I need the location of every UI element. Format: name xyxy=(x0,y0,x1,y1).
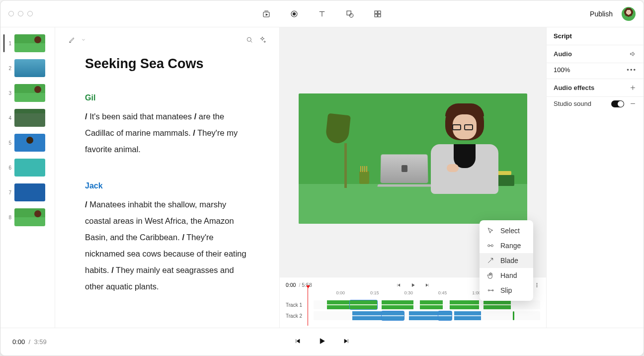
scene-thumb-7[interactable]: 7 xyxy=(3,183,52,201)
audio-effects-header: Audio effects xyxy=(547,79,644,97)
svg-point-10 xyxy=(488,245,490,247)
svg-point-9 xyxy=(247,37,251,41)
menu-item-slip[interactable]: Slip xyxy=(480,283,533,298)
blade-icon xyxy=(486,257,494,265)
script-paragraph[interactable]: / Manatees inhabit the shallow, marshy c… xyxy=(85,196,249,295)
play-button[interactable] xyxy=(318,337,326,348)
skip-back-button[interactable] xyxy=(294,337,302,347)
scenes-panel: 1 2 3 4 5 6 7 8 xyxy=(0,27,55,328)
hand-icon xyxy=(486,271,494,279)
more-dots-icon[interactable]: ••• xyxy=(627,66,637,74)
svg-rect-8 xyxy=(378,14,381,16)
mode-toolbar xyxy=(262,9,382,18)
script-body[interactable]: Seeking Sea Cows Gil / It's been said th… xyxy=(55,52,279,328)
range-icon xyxy=(486,242,494,250)
prev-frame-icon[interactable] xyxy=(396,282,402,288)
svg-point-2 xyxy=(293,12,295,15)
audio-level-row[interactable]: 100% ••• xyxy=(547,63,644,79)
templates-icon[interactable] xyxy=(373,9,382,18)
scene-thumb-5[interactable]: 5 xyxy=(3,134,52,152)
plus-icon[interactable] xyxy=(629,84,637,91)
record-icon[interactable] xyxy=(290,9,299,18)
speaker-icon[interactable] xyxy=(629,50,637,58)
main-area: 1 2 3 4 5 6 7 8 Seeking Sea Cows Gil / xyxy=(0,27,644,328)
window-controls[interactable] xyxy=(8,11,33,16)
app-window: Publish 1 2 3 4 5 6 7 8 Seeki xyxy=(0,0,644,356)
svg-point-14 xyxy=(537,283,538,284)
video-canvas[interactable] xyxy=(299,93,527,224)
ai-sparkle-icon[interactable] xyxy=(258,36,266,44)
script-toolbar xyxy=(55,27,279,52)
tool-context-menu: Select Range Blade Hand Slip xyxy=(480,220,533,301)
panel-audio-header: Audio xyxy=(547,45,644,63)
minimize-dot[interactable] xyxy=(18,11,23,16)
publish-button[interactable]: Publish xyxy=(590,10,613,18)
timeline-track-1[interactable]: Track 1 xyxy=(286,299,540,310)
properties-panel: Script Audio 100% ••• Audio effects Stud… xyxy=(546,27,644,328)
chevron-down-icon[interactable] xyxy=(81,37,86,42)
svg-rect-7 xyxy=(375,14,377,16)
svg-point-4 xyxy=(349,13,353,17)
svg-rect-3 xyxy=(347,11,351,15)
scene-thumb-4[interactable]: 4 xyxy=(3,109,52,127)
svg-rect-6 xyxy=(378,11,381,13)
script-paragraph[interactable]: / It's been said that manatees / are the… xyxy=(85,108,249,158)
scene-thumb-8[interactable]: 8 xyxy=(3,208,52,226)
more-icon[interactable] xyxy=(534,282,540,288)
close-dot[interactable] xyxy=(8,11,14,16)
script-title: Seeking Sea Cows xyxy=(85,56,249,72)
script-block-1: Gil / It's been said that manatees / are… xyxy=(85,93,249,158)
svg-point-16 xyxy=(537,286,538,287)
studio-sound-row: Studio sound xyxy=(547,97,644,112)
svg-point-15 xyxy=(537,284,538,285)
script-panel: Seeking Sea Cows Gil / It's been said th… xyxy=(55,27,280,328)
timeline-duration: 5:58 xyxy=(302,282,312,288)
text-tool-icon[interactable] xyxy=(318,9,326,18)
shape-tool-icon[interactable] xyxy=(345,9,354,18)
menu-item-range[interactable]: Range xyxy=(480,238,533,253)
user-avatar[interactable] xyxy=(622,7,636,21)
scene-thumb-6[interactable]: 6 xyxy=(3,159,52,177)
menu-item-select[interactable]: Select xyxy=(480,223,533,238)
playback-bar: 0:00 / 3:59 xyxy=(0,328,644,356)
next-frame-icon[interactable] xyxy=(425,282,430,288)
menu-item-blade[interactable]: Blade xyxy=(480,253,533,268)
timeline-track-2[interactable]: Track 2 xyxy=(286,310,540,321)
panel-script-header[interactable]: Script xyxy=(547,27,644,45)
zoom-dot[interactable] xyxy=(27,11,33,16)
scene-thumb-2[interactable]: 2 xyxy=(3,59,52,77)
preview-panel: Select Range Blade Hand Slip xyxy=(280,27,546,328)
cursor-icon xyxy=(486,227,494,235)
playback-time: 0:00 / 3:59 xyxy=(12,338,47,346)
svg-point-12 xyxy=(488,290,489,291)
speaker-label: Gil xyxy=(85,93,249,102)
studio-sound-toggle[interactable] xyxy=(611,100,624,107)
timeline-current: 0:00 xyxy=(286,282,296,288)
play-mini-icon[interactable] xyxy=(410,282,416,288)
search-icon[interactable] xyxy=(245,36,253,44)
media-bin-icon[interactable] xyxy=(262,9,271,18)
skip-forward-button[interactable] xyxy=(342,337,350,347)
pen-edit-icon[interactable] xyxy=(68,36,76,44)
scene-thumb-3[interactable]: 3 xyxy=(3,84,52,102)
titlebar: Publish xyxy=(0,0,644,27)
svg-rect-5 xyxy=(375,11,377,13)
slip-icon xyxy=(486,286,494,294)
svg-point-11 xyxy=(491,245,493,247)
script-block-2: Jack / Manatees inhabit the shallow, mar… xyxy=(85,181,249,295)
playhead[interactable] xyxy=(308,287,308,326)
menu-item-hand[interactable]: Hand xyxy=(480,268,533,283)
speaker-label: Jack xyxy=(85,181,249,190)
minus-icon[interactable] xyxy=(629,100,637,107)
scene-thumb-1[interactable]: 1 xyxy=(3,34,52,52)
